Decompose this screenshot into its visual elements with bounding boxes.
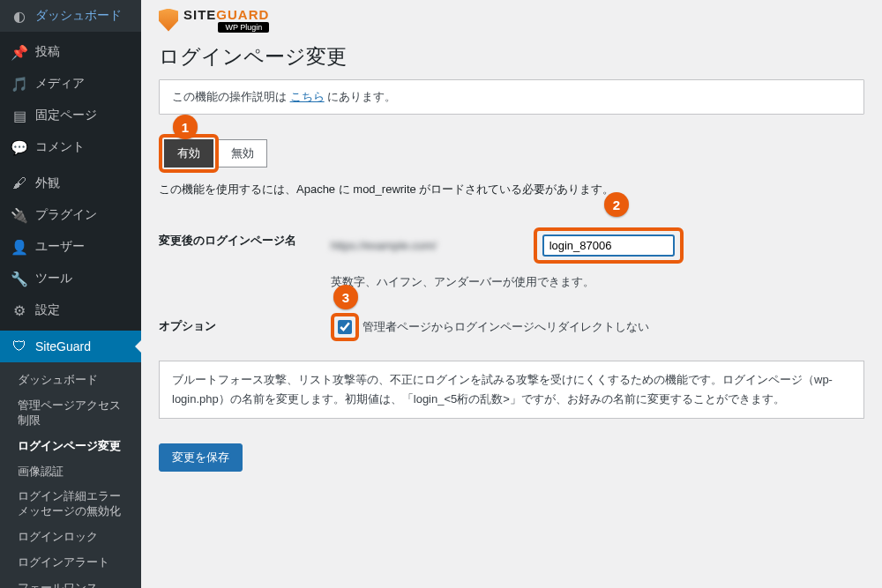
enable-toggle-off[interactable]: 無効: [219, 139, 267, 167]
comment-icon: 💬: [11, 138, 28, 156]
login-page-name-input[interactable]: [542, 234, 675, 257]
sidebar-item-posts[interactable]: 📌 投稿: [0, 36, 141, 68]
highlight-frame-3: [331, 313, 359, 341]
requirement-text: この機能を使用するには、Apache に mod_rewrite がロードされて…: [159, 182, 864, 197]
sidebar-item-users[interactable]: 👤 ユーザー: [0, 231, 141, 263]
logo-text: SITEGUARD: [183, 7, 269, 22]
sidebar-item-media[interactable]: 🎵 メディア: [0, 68, 141, 100]
pin-icon: 📌: [11, 43, 28, 61]
brush-icon: 🖌: [11, 175, 28, 192]
user-icon: 👤: [11, 238, 28, 256]
sidebar-item-siteguard[interactable]: 🛡 SiteGuard: [0, 331, 141, 362]
save-button[interactable]: 変更を保存: [159, 443, 243, 472]
sidebar-item-label: ツール: [35, 271, 72, 287]
sidebar-item-plugins[interactable]: 🔌 プラグイン: [0, 199, 141, 231]
page-title: ログインページ変更: [159, 43, 864, 71]
main-content: SITEGUARD WP Plugin ログインページ変更 この機能の操作説明は…: [141, 0, 882, 588]
submenu-login-alert[interactable]: ログインアラート: [0, 550, 141, 576]
submenu-admin-access[interactable]: 管理ページアクセス制限: [0, 393, 141, 434]
option-text: 管理者ページからログインページへリダイレクトしない: [363, 319, 649, 335]
sidebar-item-pages[interactable]: ▤ 固定ページ: [0, 100, 141, 131]
siteguard-submenu: ダッシュボード 管理ページアクセス制限 ログインページ変更 画像認証 ログイン詳…: [0, 362, 141, 588]
sidebar-item-label: コメント: [35, 139, 85, 155]
sidebar-item-label: プラグイン: [35, 207, 97, 223]
dashboard-icon: ◐: [11, 7, 28, 25]
sidebar-item-label: 固定ページ: [35, 108, 97, 123]
notice-text-pre: この機能の操作説明は: [172, 90, 290, 103]
sidebar-item-label: ダッシュボード: [35, 8, 122, 24]
admin-sidebar: ◐ ダッシュボード 📌 投稿 🎵 メディア ▤ 固定ページ 💬 コメント 🖌 外…: [0, 0, 141, 588]
option-label: オプション: [159, 313, 331, 334]
notice-text-post: にあります。: [325, 90, 397, 103]
wrench-icon: 🔧: [11, 270, 28, 287]
enable-toggle-on[interactable]: 有効: [164, 139, 213, 167]
callout-badge-2: 2: [604, 192, 629, 217]
sidebar-item-label: SiteGuard: [35, 339, 91, 354]
sidebar-item-settings[interactable]: ⚙ 設定: [0, 294, 141, 326]
media-icon: 🎵: [11, 75, 28, 93]
highlight-frame-2: [534, 227, 684, 264]
page-icon: ▤: [11, 107, 28, 124]
sidebar-item-comments[interactable]: 💬 コメント: [0, 131, 141, 163]
input-hint: 英数字、ハイフン、アンダーバーが使用できます。: [331, 274, 864, 290]
submenu-login-page-change[interactable]: ログインページ変更: [0, 434, 141, 459]
logo-subtext: WP Plugin: [218, 22, 269, 33]
submenu-image-auth[interactable]: 画像認証: [0, 459, 141, 485]
plug-icon: 🔌: [11, 206, 28, 224]
sidebar-item-label: ユーザー: [35, 239, 85, 255]
no-redirect-checkbox[interactable]: [338, 320, 352, 334]
sidebar-item-tools[interactable]: 🔧 ツール: [0, 263, 141, 294]
highlight-frame-1: 有効: [159, 134, 219, 173]
plugin-logo: SITEGUARD WP Plugin: [159, 7, 864, 33]
sidebar-item-dashboard[interactable]: ◐ ダッシュボード: [0, 0, 141, 32]
shield-logo-icon: [159, 9, 178, 32]
help-link[interactable]: こちら: [290, 90, 325, 103]
submenu-fail-once[interactable]: フェールワンス: [0, 576, 141, 588]
submenu-login-lock[interactable]: ログインロック: [0, 525, 141, 550]
blurred-url-prefix: https://example.com/: [331, 239, 525, 255]
submenu-dashboard[interactable]: ダッシュボード: [0, 368, 141, 393]
login-page-name-label: 変更後のログインページ名: [159, 227, 331, 249]
sidebar-item-label: 外観: [35, 175, 60, 191]
feature-description: ブルートフォース攻撃、リスト攻撃等の、不正にログインを試みる攻撃を受けにくくする…: [159, 361, 864, 419]
sidebar-item-label: 投稿: [35, 44, 60, 60]
sidebar-item-appearance[interactable]: 🖌 外観: [0, 167, 141, 199]
submenu-error-disable[interactable]: ログイン詳細エラーメッセージの無効化: [0, 484, 141, 525]
sidebar-item-label: メディア: [35, 76, 85, 92]
help-notice: この機能の操作説明は こちら にあります。: [159, 79, 864, 115]
sliders-icon: ⚙: [11, 301, 28, 319]
shield-icon: 🛡: [11, 338, 28, 355]
sidebar-item-label: 設定: [35, 302, 60, 318]
callout-badge-3: 3: [333, 285, 358, 309]
